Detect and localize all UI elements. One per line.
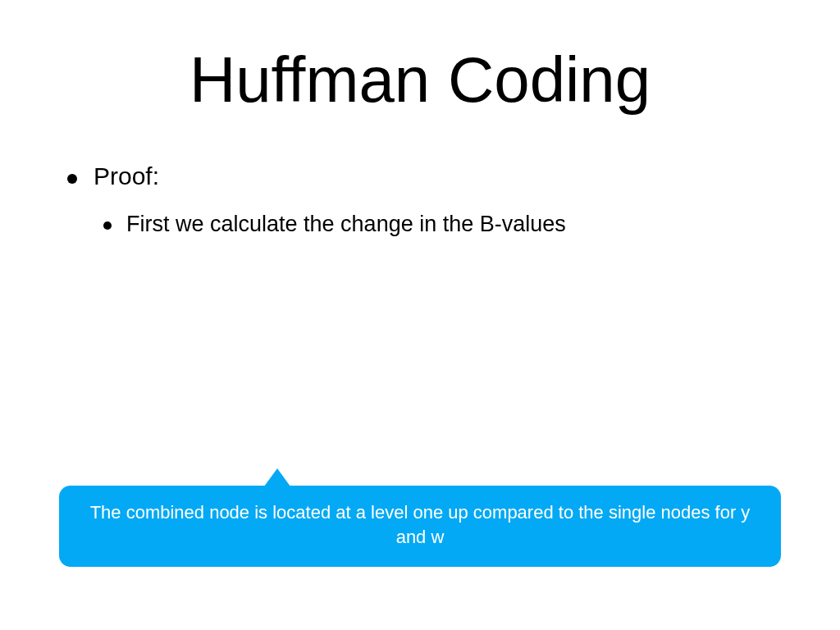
callout-arrow-icon bbox=[264, 468, 290, 486]
bullet-level-1-text: Proof: bbox=[94, 162, 159, 190]
callout-text: The combined node is located at a level … bbox=[59, 486, 781, 567]
bullet-level-2-text: First we calculate the change in the B-v… bbox=[126, 212, 566, 237]
bullet-dot-icon bbox=[67, 174, 77, 184]
bullet-level-1: Proof: bbox=[67, 162, 159, 190]
bullet-dot-icon bbox=[103, 221, 112, 230]
callout-box: The combined node is located at a level … bbox=[59, 486, 781, 567]
slide-title: Huffman Coding bbox=[0, 43, 840, 117]
slide: Huffman Coding Proof: First we calculate… bbox=[0, 0, 840, 630]
bullet-level-2: First we calculate the change in the B-v… bbox=[103, 212, 566, 237]
